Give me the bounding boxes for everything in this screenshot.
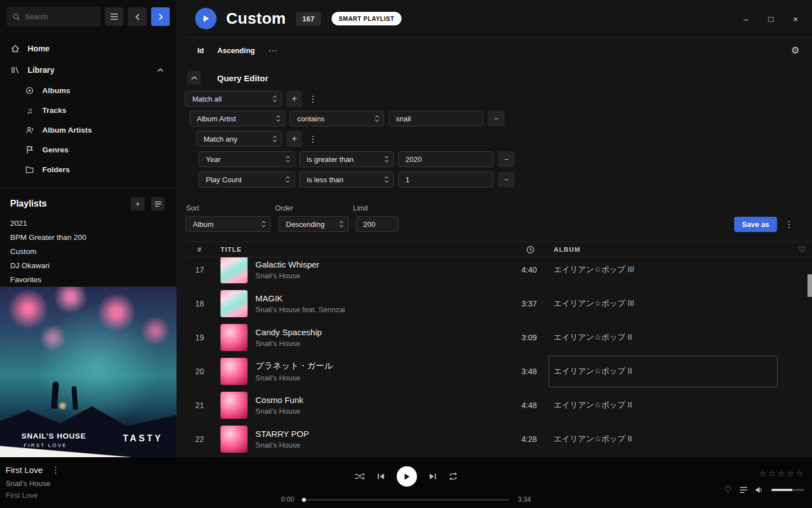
heart-icon[interactable]: ♡ <box>798 245 806 254</box>
playlist-item[interactable]: 2021 <box>0 216 176 230</box>
minimize-button[interactable]: – <box>742 14 750 24</box>
playlist-item[interactable]: DJ Okawari <box>0 259 176 273</box>
remove-rule-button[interactable]: − <box>498 151 515 167</box>
order-label: Order <box>275 204 348 212</box>
add-playlist-button[interactable]: + <box>131 197 144 211</box>
track-row[interactable]: 17 Galactic Whisper Snail’s House 4:40 エ… <box>186 257 812 287</box>
updown-chevrons-icon <box>276 115 281 122</box>
playlist-item[interactable]: BPM Greater than 200 <box>0 230 176 244</box>
remove-rule-button[interactable]: − <box>498 172 515 187</box>
settings-gear-icon[interactable]: ⚙ <box>791 45 800 56</box>
sidebar-item-library[interactable]: Library <box>0 59 176 81</box>
track-row[interactable]: 21 Cosmo Funk Snail’s House 4:48 エイリアン☆ポ… <box>186 388 812 422</box>
sort-direction-button[interactable]: Ascending <box>218 46 255 55</box>
player-bar: First Love ⋮ Snail’s House First Love <box>0 457 812 508</box>
rule-field-select[interactable]: Year <box>198 151 295 167</box>
track-row[interactable]: 20 プラネット・ガール Snail’s House 3:48 エイリアン☆ポッ… <box>186 354 812 388</box>
search-input[interactable] <box>25 12 95 21</box>
play-playlist-button[interactable] <box>195 8 217 29</box>
add-rule-button[interactable]: + <box>286 91 302 107</box>
seek-bar[interactable] <box>303 499 509 501</box>
track-number: 20 <box>186 367 214 376</box>
previous-button[interactable] <box>377 472 385 480</box>
more-options-icon[interactable]: ⋯ <box>268 45 277 56</box>
sidebar-item-home[interactable]: Home <box>0 38 176 59</box>
sidebar-item-tracks[interactable]: ♫ Tracks <box>0 100 176 120</box>
title-column-header[interactable]: TITLE <box>214 246 503 253</box>
scrollbar-thumb[interactable] <box>807 274 812 297</box>
rule-field-select[interactable]: Album Artist <box>189 111 285 126</box>
play-pause-button[interactable] <box>397 466 417 487</box>
remove-rule-button[interactable]: − <box>488 111 505 126</box>
now-playing-art: SNAIL’S HOUSE FIRST LOVE TASTY <box>0 287 176 457</box>
track-number: 21 <box>186 401 214 410</box>
sidebar-item-albums[interactable]: Albums <box>0 81 176 100</box>
album-column-header[interactable]: ALBUM <box>554 246 793 253</box>
star-icon[interactable]: ☆ <box>759 468 766 479</box>
search-box[interactable] <box>7 7 100 27</box>
sort-select[interactable]: Album <box>186 216 271 232</box>
limit-input[interactable] <box>356 216 399 232</box>
select-value: Year <box>206 155 285 164</box>
favorite-heart-icon[interactable]: ♡ <box>724 484 732 495</box>
track-row[interactable]: 18 MAGIK Snail’s House feat. Sennzai 3:3… <box>186 287 812 321</box>
nav-back-button[interactable] <box>128 7 147 26</box>
order-select[interactable]: Descending <box>279 216 348 232</box>
playlist-list-button[interactable] <box>151 197 165 211</box>
playlist-item[interactable]: Custom <box>0 244 176 259</box>
select-value: Album <box>193 220 261 229</box>
seek-knob[interactable] <box>302 498 306 502</box>
sort-label: Sort <box>186 204 271 212</box>
folder-icon <box>25 166 34 173</box>
number-column-header[interactable]: # <box>186 246 214 253</box>
rule-field-select[interactable]: Play Count <box>198 172 295 187</box>
star-icon[interactable]: ☆ <box>768 468 775 479</box>
rating-stars: ☆ ☆ ☆ ☆ ☆ <box>759 468 804 479</box>
rule-value-input[interactable] <box>398 151 493 167</box>
rule-operator-select[interactable]: contains <box>290 111 384 126</box>
sort-field-button[interactable]: Id <box>197 46 204 55</box>
star-icon[interactable]: ☆ <box>778 468 785 479</box>
match-type-select[interactable]: Match all <box>185 91 282 107</box>
nav-forward-button[interactable] <box>151 7 170 26</box>
volume-icon[interactable] <box>755 486 764 494</box>
updown-chevrons-icon <box>272 135 277 143</box>
menu-button[interactable] <box>105 7 123 26</box>
group-match-type-select[interactable]: Match any <box>196 131 282 147</box>
track-menu-icon[interactable]: ⋮ <box>50 465 62 475</box>
maximize-button[interactable]: □ <box>767 14 775 24</box>
close-button[interactable]: × <box>792 14 800 24</box>
repeat-button[interactable] <box>449 472 458 480</box>
clock-icon[interactable] <box>526 246 535 254</box>
star-icon[interactable]: ☆ <box>787 468 794 479</box>
next-icon <box>429 472 437 480</box>
select-value: is greater than <box>307 155 384 164</box>
collapse-query-editor-button[interactable] <box>187 71 201 85</box>
library-icon <box>10 65 20 75</box>
save-as-button[interactable]: Save as <box>734 217 777 232</box>
library-subitems: Albums ♫ Tracks Album Artists <box>0 81 176 179</box>
shuffle-button[interactable] <box>355 472 365 480</box>
track-album-focused-cell[interactable]: エイリアン☆ポップ II <box>549 356 778 387</box>
volume-slider[interactable] <box>771 489 804 491</box>
track-row[interactable]: 22 STARRY POP Snail’s House 4:28 エイリアン☆ポ… <box>186 422 812 456</box>
next-button[interactable] <box>429 472 437 480</box>
plus-icon: + <box>292 94 297 104</box>
rule-operator-select[interactable]: is greater than <box>299 151 394 167</box>
rule-value-input[interactable] <box>389 111 483 126</box>
rule-menu-icon[interactable]: ⋮ <box>307 94 319 104</box>
sidebar-item-folders[interactable]: Folders <box>0 160 176 179</box>
track-row[interactable]: 19 Candy Spaceship Snail’s House 3:09 エイ… <box>186 321 812 354</box>
sidebar-item-album-artists[interactable]: Album Artists <box>0 120 176 140</box>
add-group-rule-button[interactable]: + <box>286 131 302 147</box>
save-menu-icon[interactable]: ⋮ <box>783 219 795 232</box>
track-album: エイリアン☆ポップ III <box>554 265 634 275</box>
queue-icon[interactable] <box>739 487 748 493</box>
rule-operator-select[interactable]: is less than <box>299 172 394 187</box>
playlist-item[interactable]: Favorites <box>0 273 176 287</box>
rule-value-input[interactable] <box>398 172 493 187</box>
sidebar-item-genres[interactable]: Genres <box>0 140 176 160</box>
updown-chevrons-icon <box>339 220 344 228</box>
star-icon[interactable]: ☆ <box>796 468 804 479</box>
group-menu-icon[interactable]: ⋮ <box>307 134 319 144</box>
